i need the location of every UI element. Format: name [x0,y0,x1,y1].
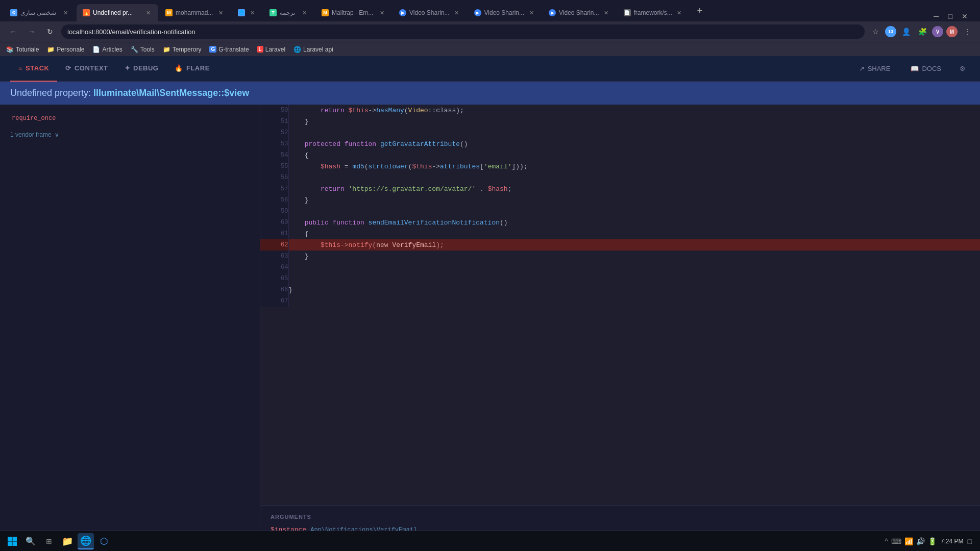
bookmark-temperory-icon: 📁 [163,46,170,53]
bookmark-tools[interactable]: 🔧 Tools [131,46,155,53]
stack-sidebar: require_once 1 vendor frame ∨ [0,105,260,551]
profile-badge-1[interactable]: 13 [885,26,896,37]
tab-6[interactable]: M Mailtrap - Em... ✕ [315,4,392,21]
profile-badge-v[interactable]: V [932,26,943,37]
line-num-51: 51 [260,116,288,127]
bookmark-articles[interactable]: 📄 Articles [92,46,122,53]
tab-close-1[interactable]: ✕ [61,9,69,17]
code-line-60: 60 public function sendEmailVerification… [260,217,980,228]
tab-close-6[interactable]: ✕ [378,9,386,17]
bookmark-star-icon[interactable]: ☆ [869,25,882,38]
stack-item-require[interactable]: require_once [0,111,260,126]
tray-arrow-icon[interactable]: ^ [885,537,888,545]
line-content-55: $hash = md5(strtolower($this->attributes… [288,161,980,172]
settings-button[interactable]: ⚙ [955,62,970,76]
tab-10[interactable]: 📄 framework/s... ✕ [618,4,690,21]
tab-close-2[interactable]: ✕ [144,9,152,17]
code-line-54: 54 { [260,149,980,161]
tab-2[interactable]: 🔥 Undefined pr... ✕ [77,4,158,21]
extensions-icon[interactable]: 🧩 [916,25,929,38]
bookmark-laravel[interactable]: L Laravel [257,46,285,53]
toolbar-debug[interactable]: ✦ DEBUG [116,56,167,82]
line-content-52 [288,127,980,138]
bookmarks-bar: 📚 Toturiale 📁 Personale 📄 Articles 🔧 Too… [0,42,980,56]
tab-favicon-8: ▶ [474,9,481,16]
code-line-66: 66 } [260,284,980,295]
tab-favicon-4: 🌐 [238,9,245,16]
svg-rect-0 [8,537,12,541]
windows-logo-icon [7,536,17,546]
notifications-icon[interactable]: □ [968,537,972,545]
tab-7[interactable]: ▶ Video Sharin... ✕ [393,4,467,21]
start-button[interactable] [4,533,20,549]
profile-icon[interactable]: 👤 [899,25,913,38]
tab-close-3[interactable]: ✕ [216,9,225,17]
forward-button[interactable]: → [24,24,39,39]
tab-close-5[interactable]: ✕ [300,9,308,17]
search-taskbar[interactable]: 🔍 [22,533,39,549]
taskview-icon: ⊞ [46,537,52,545]
line-content-60: public function sendEmailVerificationNot… [288,217,980,228]
bookmark-toturiale[interactable]: 📚 Toturiale [6,46,39,53]
taskview-button[interactable]: ⊞ [41,533,57,549]
keyboard-icon[interactable]: ⌨ [891,537,901,545]
code-line-51: 51 } [260,116,980,127]
share-button[interactable]: ↗ SHARE [853,62,897,76]
tab-close-7[interactable]: ✕ [453,9,461,17]
vendor-frame-toggle[interactable]: 1 vendor frame ∨ [0,126,260,143]
tab-title-5: ترجمه [280,9,297,16]
tab-close-8[interactable]: ✕ [527,9,535,17]
line-num-63: 63 [260,251,288,262]
tab-8[interactable]: ▶ Video Sharin... ✕ [468,4,542,21]
tab-9[interactable]: ▶ Video Sharin... ✕ [543,4,617,21]
maximize-button[interactable]: □ [945,11,955,21]
tab-close-9[interactable]: ✕ [602,9,610,17]
tab-title-3: mohammad... [176,9,213,16]
docs-button[interactable]: 📖 DOCS [904,62,947,76]
network-icon[interactable]: 📶 [904,537,913,545]
toolbar-stack[interactable]: ≡ STACK [10,56,57,82]
toolbar-right: ↗ SHARE 📖 DOCS ⚙ [853,62,970,76]
bookmark-personale[interactable]: 📁 Personale [47,46,84,53]
code-panel: 50 return $this->hasMany(Video::class); … [260,105,980,505]
tab-favicon-1: ⚙ [10,9,17,16]
vscode-taskbar-icon[interactable]: ⬡ [96,533,112,549]
tab-3[interactable]: M mohammad... ✕ [159,4,231,21]
line-num-61: 61 [260,228,288,239]
address-icons: ☆ 13 👤 🧩 V M ⋮ [869,25,974,38]
tab-close-4[interactable]: ✕ [248,9,256,17]
line-content-53: protected function getGravatarAttribute(… [288,138,980,149]
tab-4[interactable]: 🌐 ✕ [232,4,262,21]
address-bar: ← → ↻ localhost:8000/email/verification-… [0,21,980,42]
minimize-button[interactable]: ─ [931,11,941,21]
toolbar-flare[interactable]: 🔥 FLARE [166,56,217,82]
bookmark-temperory[interactable]: 📁 Temperory [163,46,202,53]
reload-button[interactable]: ↻ [43,24,57,39]
system-clock[interactable]: 7:24 PM [941,538,964,545]
vendor-frame-chevron: ∨ [55,131,59,138]
tab-5[interactable]: T ترجمه ✕ [263,4,314,21]
code-line-63: 63 } [260,251,980,262]
file-explorer-icon[interactable]: 📁 [59,533,76,549]
volume-icon[interactable]: 🔊 [916,537,925,545]
bookmark-gtranslate[interactable]: G G-translate [209,46,249,53]
bookmark-personale-icon: 📁 [47,46,55,53]
url-bar[interactable]: localhost:8000/email/verification-notifi… [61,24,865,39]
clock-time: 7:24 PM [941,538,964,545]
bookmark-laravel-api-icon: 🌐 [293,46,301,53]
line-content-67 [288,295,980,307]
battery-icon[interactable]: 🔋 [928,537,937,545]
tab-close-10[interactable]: ✕ [675,9,683,17]
menu-icon[interactable]: ⋮ [961,25,974,38]
line-content-51: } [288,116,980,127]
bookmark-laravel-api[interactable]: 🌐 Laravel api [293,46,333,53]
tab-1[interactable]: ⚙ شخصی سازی ✕ [4,4,76,21]
back-button[interactable]: ← [6,24,20,39]
browser-taskbar-icon[interactable]: 🌐 [78,533,94,549]
profile-badge-m[interactable]: M [946,26,958,37]
close-button[interactable]: ✕ [960,11,970,21]
new-tab-button[interactable]: + [693,4,707,18]
tab-title-8: Video Sharin... [484,9,525,16]
toolbar-context[interactable]: ⟳ CONTEXT [57,56,116,82]
line-content-59 [288,206,980,217]
